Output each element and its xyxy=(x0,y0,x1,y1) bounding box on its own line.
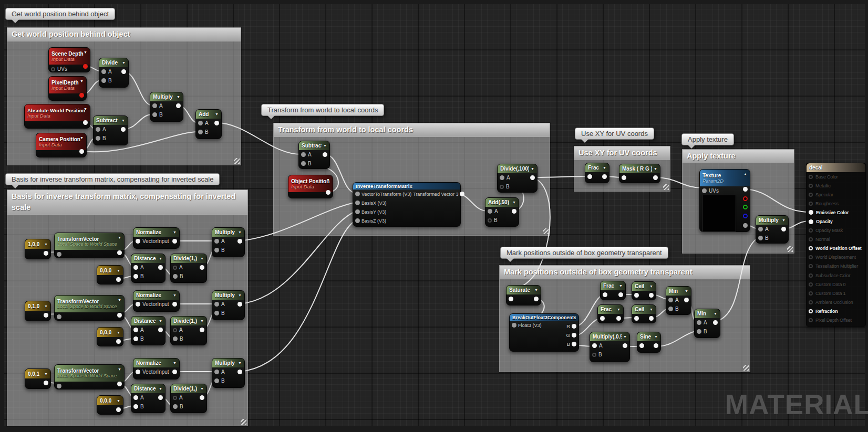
constant-001-node[interactable]: 0,0,1▼ xyxy=(25,368,51,389)
wire[interactable] xyxy=(656,331,697,346)
transform-vector-node[interactable]: TransformVector Local Space to World Spa… xyxy=(54,295,125,321)
material-pin-subsurface-color[interactable]: Subsurface Color xyxy=(807,271,865,280)
distance-node[interactable]: Distance▼ A B xyxy=(131,384,166,413)
material-pin-world-displacement[interactable]: World Displacement xyxy=(807,253,865,262)
input-pin-a[interactable] xyxy=(214,239,219,244)
multiply-node[interactable]: Multiply▼ A B xyxy=(212,290,245,320)
input-pin-b[interactable] xyxy=(133,274,138,279)
camera-position-node[interactable]: Camera Position Input Data ▼ xyxy=(36,133,87,157)
r-output-pin[interactable] xyxy=(572,324,576,329)
input-pin[interactable] xyxy=(809,175,813,179)
input-pin[interactable] xyxy=(809,228,813,233)
input-pin-b[interactable] xyxy=(500,185,504,189)
output-pin[interactable] xyxy=(158,265,163,270)
vector-input-pin[interactable] xyxy=(136,302,140,307)
input-pin-b[interactable] xyxy=(668,307,673,311)
input-pin-b[interactable] xyxy=(133,336,138,341)
material-pin-custom-data-1[interactable]: Custom Data 1 xyxy=(807,289,865,298)
input-pin-a[interactable] xyxy=(697,320,701,325)
output-pin[interactable] xyxy=(684,298,689,302)
input-pin[interactable] xyxy=(634,293,639,298)
normalize-node[interactable]: Normalize▼ VectorInput xyxy=(133,227,180,249)
input-pin[interactable] xyxy=(587,174,592,179)
input-pin-b[interactable] xyxy=(96,136,100,141)
input-pin-b[interactable] xyxy=(173,336,178,341)
inverse-transform-matrix-node[interactable]: InverseTransformMatrix VectorToTransform… xyxy=(353,182,461,227)
min-node[interactable]: Min▼ A B xyxy=(666,286,691,315)
g-output-pin[interactable] xyxy=(743,205,748,209)
input-pin-b[interactable] xyxy=(198,130,203,134)
wire[interactable] xyxy=(655,177,702,188)
input-pin[interactable] xyxy=(809,193,813,197)
output-pin[interactable] xyxy=(781,227,786,231)
material-pin-tessellation-multiplier[interactable]: Tessellation Multiplier xyxy=(807,262,865,271)
output-pin[interactable] xyxy=(117,250,122,255)
chevron-up-icon[interactable]: ▲ xyxy=(743,172,747,176)
decal-material-output-node[interactable]: decal Base Color Metallic Specular Rough… xyxy=(806,163,866,326)
input-pin-b[interactable] xyxy=(152,112,157,117)
normalize-node[interactable]: Normalize▼ VectorInput xyxy=(133,358,180,380)
a-output-pin[interactable] xyxy=(743,223,748,228)
input-pin-b[interactable] xyxy=(173,274,178,279)
input-pin[interactable] xyxy=(600,316,605,321)
output-pin[interactable] xyxy=(116,407,121,412)
input-pin-a[interactable] xyxy=(173,266,177,270)
output-pin[interactable] xyxy=(200,265,204,270)
output-pin[interactable] xyxy=(44,381,48,385)
input-pin[interactable] xyxy=(809,291,813,296)
input-pin-b[interactable] xyxy=(101,78,106,83)
breakout-float3-node[interactable]: BreakOutFloat3Components Float3 (V3) R G… xyxy=(509,313,579,352)
input-pin[interactable] xyxy=(809,309,813,313)
input-pin-a[interactable] xyxy=(668,298,673,302)
sine-node[interactable]: Sine▼ xyxy=(637,332,661,353)
output-pin[interactable] xyxy=(172,239,177,244)
input-pin[interactable] xyxy=(809,255,813,259)
divide-1-node[interactable]: Divide(1,)▼ A B xyxy=(170,384,207,413)
object-position-node[interactable]: Object Position Input Data ▼ xyxy=(288,175,333,198)
output-pin[interactable] xyxy=(649,316,654,321)
input-pin-a[interactable] xyxy=(133,395,138,400)
input-pin[interactable] xyxy=(809,318,813,322)
input-pin[interactable] xyxy=(639,343,644,348)
output-pin[interactable] xyxy=(323,152,327,157)
absolute-world-position-node[interactable]: Absolute World Position Input Data ▼ xyxy=(24,104,90,129)
transform-vector-node[interactable]: TransformVector Local Space to World Spa… xyxy=(54,233,125,258)
input-pin-a[interactable] xyxy=(96,127,100,132)
input-pin[interactable] xyxy=(809,210,813,215)
divide-100-node[interactable]: Divide(,100)▼ A B xyxy=(497,164,538,193)
uvs-input-pin[interactable] xyxy=(702,188,707,193)
input-pin-a[interactable] xyxy=(133,265,138,270)
output-pin[interactable] xyxy=(116,277,121,282)
input-pin-a[interactable] xyxy=(133,328,138,332)
input-pin-b[interactable] xyxy=(214,378,219,383)
material-pin-opacity-mask[interactable]: Opacity Mask xyxy=(807,226,865,235)
frac-node[interactable]: Frac▼ xyxy=(597,304,624,323)
output-pin[interactable] xyxy=(79,149,84,154)
output-pin[interactable] xyxy=(116,339,121,344)
input-pin-a[interactable] xyxy=(152,103,157,108)
mask-rg-node[interactable]: Mask ( R G )▼ xyxy=(619,164,660,183)
material-pin-ambient-occlusion[interactable]: Ambient Occlusion xyxy=(807,298,865,307)
min-node[interactable]: Min▼ A B xyxy=(694,309,720,338)
input-pin[interactable] xyxy=(622,175,626,180)
output-pin[interactable] xyxy=(117,313,122,318)
output-pin[interactable] xyxy=(602,174,607,179)
output-pin[interactable] xyxy=(326,190,330,195)
wire[interactable] xyxy=(240,220,356,372)
output-pin[interactable] xyxy=(237,239,242,244)
input-pin[interactable] xyxy=(809,184,813,188)
input-pin-b[interactable] xyxy=(214,248,219,252)
material-pin-opacity[interactable]: Opacity xyxy=(807,217,865,226)
multiply-node[interactable]: Multiply▼ A B xyxy=(756,215,789,244)
ceil-node[interactable]: Ceil▼ xyxy=(632,304,656,323)
input-pin-a[interactable] xyxy=(214,370,219,374)
input-pin-a[interactable] xyxy=(173,328,177,332)
multiply-node[interactable]: Multiply▼ A B xyxy=(212,358,245,388)
wire[interactable] xyxy=(240,211,356,304)
output-pin[interactable] xyxy=(713,320,718,325)
float3-input-pin[interactable] xyxy=(512,323,516,328)
output-pin[interactable] xyxy=(79,93,84,98)
scene-depth-node[interactable]: Scene Depth Input Data ▼ UVs xyxy=(48,47,90,72)
output-pin[interactable] xyxy=(117,382,122,386)
constant-100-node[interactable]: 1,0,0▼ xyxy=(25,239,51,259)
